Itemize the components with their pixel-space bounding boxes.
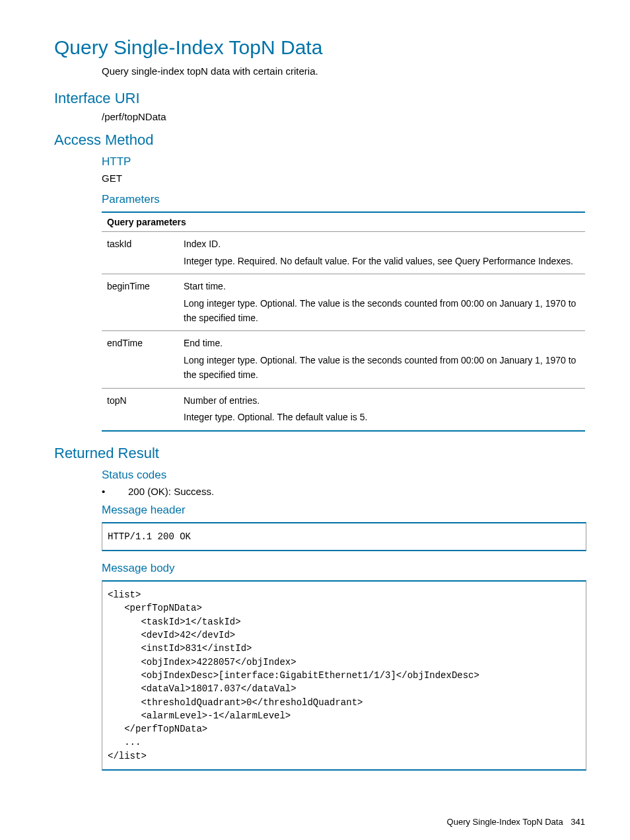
table-caption: Query parameters bbox=[102, 212, 585, 232]
footer-title: Query Single-Index TopN Data bbox=[447, 817, 563, 827]
message-header-heading: Message header bbox=[102, 504, 585, 517]
message-body-heading: Message body bbox=[102, 562, 585, 575]
status-codes-heading: Status codes bbox=[102, 469, 585, 482]
interface-uri-value: /perf/topNData bbox=[102, 111, 585, 122]
table-row: topN Number of entries. Integer type. Op… bbox=[102, 388, 585, 431]
table-row: taskId Index ID. Integer type. Required.… bbox=[102, 232, 585, 274]
param-name: endTime bbox=[102, 331, 178, 388]
message-body-code: <list> <perfTopNData> <taskId>1</taskId>… bbox=[102, 580, 586, 771]
access-method-heading: Access Method bbox=[54, 132, 585, 149]
table-row: endTime End time. Long integer type. Opt… bbox=[102, 331, 585, 388]
message-header-code: HTTP/1.1 200 OK bbox=[102, 522, 586, 551]
param-name: taskId bbox=[102, 232, 178, 274]
http-value: GET bbox=[102, 172, 585, 184]
interface-uri-heading: Interface URI bbox=[54, 90, 585, 107]
page-title: Query Single-Index TopN Data bbox=[54, 36, 585, 59]
returned-result-heading: Returned Result bbox=[54, 445, 585, 462]
param-name: topN bbox=[102, 388, 178, 431]
status-code-item: • 200 (OK): Success. bbox=[102, 486, 585, 497]
param-desc: Start time. Long integer type. Optional.… bbox=[178, 274, 585, 331]
intro-text: Query single-index topN data with certai… bbox=[102, 65, 585, 77]
param-desc: Number of entries. Integer type. Optiona… bbox=[178, 388, 585, 431]
page-content: Query Single-Index TopN Data Query singl… bbox=[0, 0, 630, 840]
params-table: Query parameters taskId Index ID. Intege… bbox=[102, 211, 585, 432]
page-footer: Query Single-Index TopN Data 341 bbox=[54, 817, 585, 827]
http-heading: HTTP bbox=[102, 155, 585, 169]
footer-page-number: 341 bbox=[571, 817, 585, 827]
param-name: beginTime bbox=[102, 274, 178, 331]
table-row: beginTime Start time. Long integer type.… bbox=[102, 274, 585, 331]
parameters-heading: Parameters bbox=[102, 193, 585, 206]
param-desc: End time. Long integer type. Optional. T… bbox=[178, 331, 585, 388]
bullet-icon: • bbox=[102, 486, 128, 497]
param-desc: Index ID. Integer type. Required. No def… bbox=[178, 232, 585, 274]
